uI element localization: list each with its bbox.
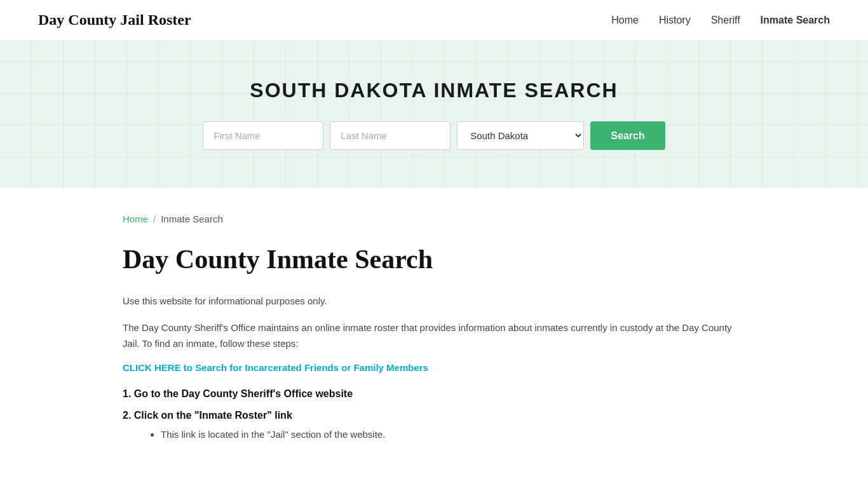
intro-paragraph-1: Use this website for informational purpo… xyxy=(123,293,745,309)
site-header: Day County Jail Roster Home History Sher… xyxy=(0,0,868,41)
nav-item-sheriff[interactable]: Sheriff xyxy=(711,15,740,26)
breadcrumb-home[interactable]: Home xyxy=(123,214,148,224)
breadcrumb: Home / Inmate Search xyxy=(123,214,745,224)
nav-item-home[interactable]: Home xyxy=(611,15,639,26)
breadcrumb-current: Inmate Search xyxy=(161,214,223,224)
state-select[interactable]: South Dakota Alabama Alaska Arizona Arka… xyxy=(457,121,584,150)
search-form: South Dakota Alabama Alaska Arizona Arka… xyxy=(13,121,855,150)
bullet-item-1: This link is located in the "Jail" secti… xyxy=(161,426,745,443)
main-nav: Home History Sheriff Inmate Search xyxy=(611,15,830,26)
search-button[interactable]: Search xyxy=(590,121,665,150)
page-title: Day County Inmate Search xyxy=(123,243,745,275)
hero-section: SOUTH DAKOTA INMATE SEARCH South Dakota … xyxy=(0,41,868,188)
hero-heading: SOUTH DAKOTA INMATE SEARCH xyxy=(13,79,855,102)
nav-item-inmate-search[interactable]: Inmate Search xyxy=(761,15,830,26)
main-content: Home / Inmate Search Day County Inmate S… xyxy=(85,188,783,480)
first-name-input[interactable] xyxy=(203,121,323,150)
site-title: Day County Jail Roster xyxy=(38,11,191,29)
breadcrumb-separator: / xyxy=(153,214,156,224)
nav-item-history[interactable]: History xyxy=(659,15,691,26)
step-2-heading: 2. Click on the "Inmate Roster" link xyxy=(123,410,745,421)
cta-link[interactable]: CLICK HERE to Search for Incarcerated Fr… xyxy=(123,362,745,373)
last-name-input[interactable] xyxy=(330,121,451,150)
intro-paragraph-2: The Day County Sheriff's Office maintain… xyxy=(123,320,745,352)
step-1-heading: 1. Go to the Day County Sheriff's Office… xyxy=(123,388,745,400)
